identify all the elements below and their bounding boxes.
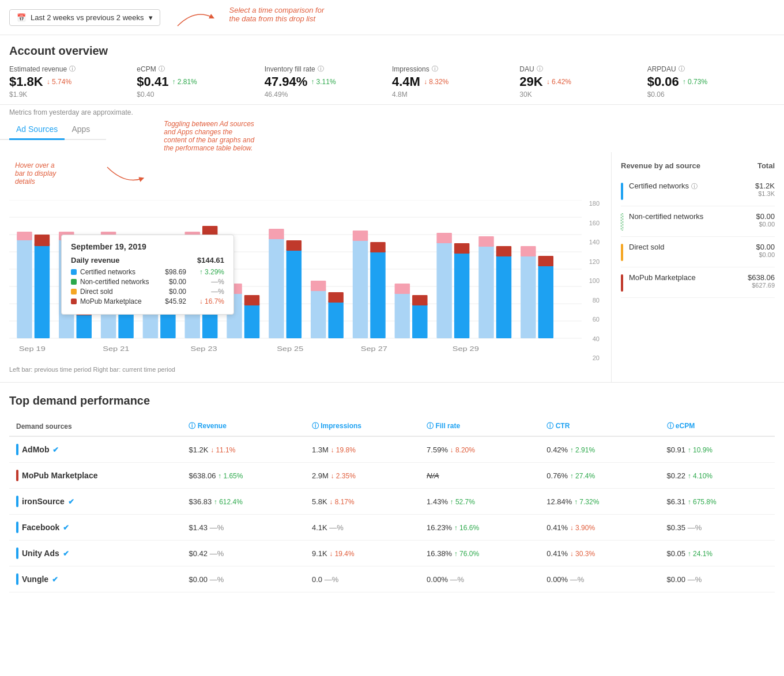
tab-ad-sources[interactable]: Ad Sources <box>9 120 65 140</box>
date-picker-button[interactable]: 📅 Last 2 weeks vs previous 2 weeks ▾ <box>9 9 160 26</box>
svg-rect-47 <box>412 304 427 338</box>
svg-rect-34 <box>269 229 284 239</box>
rev-color-bar <box>621 183 623 200</box>
rev-color-bar <box>621 274 623 292</box>
annotation-arrow <box>172 6 218 29</box>
svg-rect-15 <box>77 312 92 338</box>
y-axis: 180 160 140 120 100 80 60 40 20 <box>582 200 602 361</box>
perf-demand-source: Vungle ✔ <box>9 567 182 592</box>
hover-arrow <box>101 161 148 190</box>
chart-area: Hover over abar to displaydetails 180 16… <box>0 152 611 382</box>
perf-revenue: $36.83 ↑ 612.4% <box>182 489 304 515</box>
change-indicator: ↑ 2.81% <box>172 78 197 86</box>
perf-fill-rate: 0.00% —% <box>420 567 540 592</box>
demand-name-label: Unity Ads <box>22 549 59 558</box>
perf-demand-source: Facebook ✔ <box>9 515 182 541</box>
rev-color-bar <box>621 244 623 261</box>
demand-name-label: Vungle <box>22 575 48 584</box>
svg-rect-10 <box>17 232 32 240</box>
svg-rect-54 <box>478 236 493 247</box>
metric-value: 29K ↓ 6.42% <box>519 74 635 89</box>
svg-rect-42 <box>353 231 368 241</box>
metric-value: $0.41 ↑ 2.81% <box>137 74 252 89</box>
rev-source-name: Non-certified networks <box>629 212 756 221</box>
svg-rect-55 <box>496 255 511 338</box>
tab-apps[interactable]: Apps <box>65 120 97 140</box>
perf-col-header: Demand sources <box>9 417 182 436</box>
perf-fill-rate: 1.43% ↑ 52.7% <box>420 489 540 515</box>
info-icon: ⓘ <box>159 65 165 73</box>
metric-label: Estimated revenue ⓘ <box>9 65 125 73</box>
hover-annotation: Hover over abar to displaydetails <box>15 161 101 186</box>
perf-table-row: AdMob ✔ $1.2K ↓ 11.1% 1.3M ↓ 19.8% 7.59%… <box>9 436 775 463</box>
rev-amount: $638.06 $627.69 <box>748 273 775 289</box>
date-annotation: Select a time comparison forthe data fro… <box>229 6 325 23</box>
svg-rect-37 <box>311 289 326 338</box>
metrics-row: Estimated revenue ⓘ $1.8K ↓ 5.74% $1.9K … <box>9 65 775 99</box>
rev-amount: $0.00 $0.00 <box>756 243 775 258</box>
rev-source-name: Direct sold <box>629 243 756 251</box>
perf-ecpm: $0.00 —% <box>660 567 775 592</box>
demand-name-label: Facebook <box>22 523 59 532</box>
demand-color-bar <box>16 547 18 559</box>
demand-color-bar <box>16 573 18 585</box>
hover-annotation-area: Hover over abar to displaydetails <box>9 161 148 192</box>
metric-item: eCPM ⓘ $0.41 ↑ 2.81% $0.40 <box>137 65 264 99</box>
metric-item: ARPDAU ⓘ $0.06 ↑ 0.73% $0.06 <box>647 65 775 99</box>
perf-ecpm: $0.05 ↑ 24.1% <box>660 541 775 567</box>
tooltip-amount: $0.00 <box>154 278 186 286</box>
svg-rect-57 <box>521 255 536 338</box>
svg-rect-45 <box>395 292 410 338</box>
svg-rect-44 <box>370 242 385 252</box>
perf-fill-rate: N/A <box>420 463 540 489</box>
demand-name-label: MoPub Marketplace <box>22 471 97 480</box>
svg-rect-56 <box>496 246 511 256</box>
metric-prev: 30K <box>519 90 635 99</box>
perf-col-header: ⓘ CTR <box>540 417 659 436</box>
tooltip-rows: Certified networks $98.69 ↑ 3.29% Non-ce… <box>71 268 224 305</box>
metric-item: Estimated revenue ⓘ $1.8K ↓ 5.74% $1.9K <box>9 65 137 99</box>
perf-ecpm: $0.91 ↑ 10.9% <box>660 436 775 463</box>
svg-text:Sep 25: Sep 25 <box>277 345 303 353</box>
svg-rect-58 <box>521 246 536 256</box>
tooltip-amount: $98.69 <box>154 268 186 276</box>
svg-rect-49 <box>436 241 451 338</box>
svg-rect-59 <box>538 265 553 338</box>
demand-color-bar <box>16 496 18 507</box>
svg-rect-43 <box>370 251 385 338</box>
svg-rect-38 <box>311 281 326 291</box>
tabs-row: Ad Sources Apps <box>0 120 106 140</box>
tooltip-daily-value: $144.61 <box>197 256 224 265</box>
rev-amount: $1.2K $1.3K <box>755 182 775 197</box>
change-indicator: ↓ 8.32% <box>424 78 448 86</box>
rev-sidebar-header: Revenue by ad source Total <box>621 161 775 170</box>
metric-label: ARPDAU ⓘ <box>647 65 763 73</box>
svg-rect-32 <box>244 295 259 305</box>
perf-col-header: ⓘ Revenue <box>182 417 304 436</box>
svg-rect-31 <box>244 304 259 338</box>
tooltip-change: —% <box>190 278 224 286</box>
svg-text:Sep 23: Sep 23 <box>191 345 217 353</box>
verified-badge: ✔ <box>52 575 58 584</box>
bar-chart: 180 160 140 120 100 80 60 40 20 <box>9 200 602 361</box>
perf-ctr: 12.84% ↑ 7.32% <box>540 489 659 515</box>
change-indicator: ↑ 0.73% <box>683 78 707 86</box>
metric-label: DAU ⓘ <box>519 65 635 73</box>
perf-col-header: ⓘ Fill rate <box>420 417 540 436</box>
tab-annotation: Toggling between Ad sourcesand Apps chan… <box>164 120 254 152</box>
metric-item: DAU ⓘ 29K ↓ 6.42% 30K <box>519 65 647 99</box>
svg-rect-33 <box>269 237 284 338</box>
perf-col-header: ⓘ eCPM <box>660 417 775 436</box>
top-bar: 📅 Last 2 weeks vs previous 2 weeks ▾ Sel… <box>0 0 784 35</box>
rev-source-name: MoPub Marketplace <box>629 273 748 282</box>
info-icon: ⓘ <box>318 65 324 73</box>
svg-rect-51 <box>454 252 469 338</box>
tooltip-date: September 19, 2019 <box>71 242 224 251</box>
svg-rect-52 <box>454 243 469 254</box>
tooltip-source-label: MoPub Marketplace <box>80 297 151 305</box>
tooltip-row-item: Direct sold $0.00 —% <box>71 288 224 296</box>
svg-rect-39 <box>328 301 343 338</box>
change-indicator: ↑ 3.11% <box>311 78 336 86</box>
perf-ctr: 0.76% ↑ 27.4% <box>540 463 659 489</box>
perf-ecpm: $0.35 —% <box>660 515 775 541</box>
